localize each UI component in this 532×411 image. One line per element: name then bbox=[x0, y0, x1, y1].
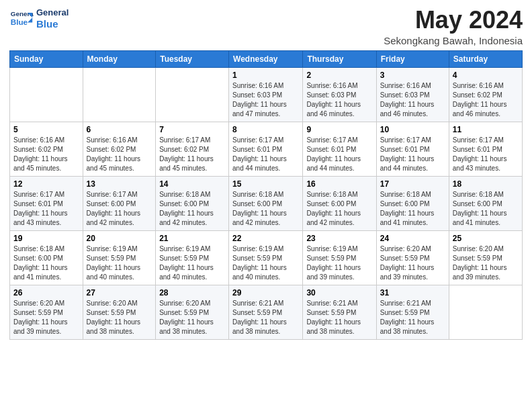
day-info: Sunrise: 6:16 AMSunset: 6:02 PMDaylight:… bbox=[453, 81, 519, 119]
day-info: Sunrise: 6:18 AMSunset: 6:00 PMDaylight:… bbox=[159, 190, 225, 228]
day-info: Sunrise: 6:18 AMSunset: 6:00 PMDaylight:… bbox=[306, 190, 372, 228]
day-number: 24 bbox=[380, 234, 445, 243]
calendar-week-3: 12Sunrise: 6:17 AMSunset: 6:01 PMDayligh… bbox=[10, 176, 523, 230]
day-number: 8 bbox=[232, 125, 299, 134]
table-row: 8Sunrise: 6:17 AMSunset: 6:01 PMDaylight… bbox=[229, 122, 303, 176]
day-number: 31 bbox=[380, 288, 445, 298]
table-row: 27Sunrise: 6:20 AMSunset: 5:59 PMDayligh… bbox=[83, 285, 156, 339]
calendar-table: Sunday Monday Tuesday Wednesday Thursday… bbox=[9, 50, 523, 340]
day-number: 3 bbox=[380, 71, 445, 80]
table-row: 9Sunrise: 6:17 AMSunset: 6:01 PMDaylight… bbox=[303, 122, 376, 176]
logo-blue-text: Blue bbox=[36, 18, 69, 30]
day-number: 12 bbox=[13, 179, 79, 189]
table-row: 23Sunrise: 6:19 AMSunset: 5:59 PMDayligh… bbox=[303, 230, 376, 285]
calendar-week-4: 19Sunrise: 6:18 AMSunset: 6:00 PMDayligh… bbox=[10, 230, 523, 285]
col-thursday: Thursday bbox=[303, 50, 376, 67]
table-row: 11Sunrise: 6:17 AMSunset: 6:01 PMDayligh… bbox=[449, 122, 522, 176]
table-row: 28Sunrise: 6:20 AMSunset: 5:59 PMDayligh… bbox=[156, 285, 229, 339]
day-number: 2 bbox=[306, 71, 372, 80]
day-info: Sunrise: 6:21 AMSunset: 5:59 PMDaylight:… bbox=[380, 299, 445, 336]
day-number: 27 bbox=[87, 288, 152, 298]
day-info: Sunrise: 6:20 AMSunset: 5:59 PMDaylight:… bbox=[453, 244, 519, 282]
table-row: 30Sunrise: 6:21 AMSunset: 5:59 PMDayligh… bbox=[303, 285, 376, 339]
logo-general-text: General bbox=[36, 7, 69, 18]
day-number: 15 bbox=[232, 179, 299, 189]
logo: General Blue General Blue bbox=[9, 7, 69, 31]
calendar-week-1: 1Sunrise: 6:16 AMSunset: 6:03 PMDaylight… bbox=[10, 67, 523, 122]
day-info: Sunrise: 6:17 AMSunset: 6:01 PMDaylight:… bbox=[453, 136, 519, 173]
table-row: 26Sunrise: 6:20 AMSunset: 5:59 PMDayligh… bbox=[10, 285, 83, 339]
table-row: 21Sunrise: 6:19 AMSunset: 5:59 PMDayligh… bbox=[156, 230, 229, 285]
day-number: 19 bbox=[13, 234, 79, 243]
day-info: Sunrise: 6:17 AMSunset: 6:01 PMDaylight:… bbox=[380, 136, 445, 173]
table-row bbox=[156, 67, 229, 122]
day-number: 20 bbox=[87, 234, 152, 243]
col-sunday: Sunday bbox=[10, 50, 83, 67]
table-row: 14Sunrise: 6:18 AMSunset: 6:00 PMDayligh… bbox=[156, 176, 229, 230]
day-number: 26 bbox=[13, 288, 79, 298]
day-info: Sunrise: 6:19 AMSunset: 5:59 PMDaylight:… bbox=[159, 244, 225, 282]
table-row: 1Sunrise: 6:16 AMSunset: 6:03 PMDaylight… bbox=[229, 67, 303, 122]
table-row: 25Sunrise: 6:20 AMSunset: 5:59 PMDayligh… bbox=[449, 230, 522, 285]
day-number: 4 bbox=[453, 71, 519, 80]
day-number: 28 bbox=[159, 288, 225, 298]
day-info: Sunrise: 6:19 AMSunset: 5:59 PMDaylight:… bbox=[232, 244, 299, 282]
day-number: 23 bbox=[306, 234, 372, 243]
table-row: 6Sunrise: 6:16 AMSunset: 6:02 PMDaylight… bbox=[83, 122, 156, 176]
day-info: Sunrise: 6:20 AMSunset: 5:59 PMDaylight:… bbox=[159, 299, 225, 336]
day-number: 1 bbox=[232, 71, 299, 80]
table-row: 4Sunrise: 6:16 AMSunset: 6:02 PMDaylight… bbox=[449, 67, 522, 122]
day-info: Sunrise: 6:16 AMSunset: 6:02 PMDaylight:… bbox=[87, 136, 152, 173]
table-row: 20Sunrise: 6:19 AMSunset: 5:59 PMDayligh… bbox=[83, 230, 156, 285]
day-info: Sunrise: 6:21 AMSunset: 5:59 PMDaylight:… bbox=[232, 299, 299, 336]
day-info: Sunrise: 6:16 AMSunset: 6:03 PMDaylight:… bbox=[380, 81, 445, 119]
table-row bbox=[449, 285, 522, 339]
day-info: Sunrise: 6:18 AMSunset: 6:00 PMDaylight:… bbox=[380, 190, 445, 228]
day-info: Sunrise: 6:17 AMSunset: 6:01 PMDaylight:… bbox=[13, 190, 79, 228]
day-info: Sunrise: 6:19 AMSunset: 5:59 PMDaylight:… bbox=[306, 244, 372, 282]
col-wednesday: Wednesday bbox=[229, 50, 303, 67]
day-info: Sunrise: 6:18 AMSunset: 6:00 PMDaylight:… bbox=[232, 190, 299, 228]
day-number: 5 bbox=[13, 125, 79, 134]
day-info: Sunrise: 6:16 AMSunset: 6:02 PMDaylight:… bbox=[13, 136, 79, 173]
table-row: 29Sunrise: 6:21 AMSunset: 5:59 PMDayligh… bbox=[229, 285, 303, 339]
table-row: 16Sunrise: 6:18 AMSunset: 6:00 PMDayligh… bbox=[303, 176, 376, 230]
table-row: 18Sunrise: 6:18 AMSunset: 6:00 PMDayligh… bbox=[449, 176, 522, 230]
calendar-location: Sekongkang Bawah, Indonesia bbox=[384, 35, 523, 46]
day-info: Sunrise: 6:20 AMSunset: 5:59 PMDaylight:… bbox=[13, 299, 79, 336]
day-number: 25 bbox=[453, 234, 519, 243]
header-row: Sunday Monday Tuesday Wednesday Thursday… bbox=[10, 50, 523, 67]
day-info: Sunrise: 6:17 AMSunset: 6:00 PMDaylight:… bbox=[87, 190, 152, 228]
day-info: Sunrise: 6:16 AMSunset: 6:03 PMDaylight:… bbox=[306, 81, 372, 119]
logo-icon: General Blue bbox=[9, 7, 34, 31]
table-row: 13Sunrise: 6:17 AMSunset: 6:00 PMDayligh… bbox=[83, 176, 156, 230]
day-info: Sunrise: 6:20 AMSunset: 5:59 PMDaylight:… bbox=[380, 244, 445, 282]
day-info: Sunrise: 6:17 AMSunset: 6:02 PMDaylight:… bbox=[159, 136, 225, 173]
day-number: 9 bbox=[306, 125, 372, 134]
day-info: Sunrise: 6:20 AMSunset: 5:59 PMDaylight:… bbox=[87, 299, 152, 336]
day-number: 30 bbox=[306, 288, 372, 298]
day-number: 10 bbox=[380, 125, 445, 134]
table-row: 10Sunrise: 6:17 AMSunset: 6:01 PMDayligh… bbox=[376, 122, 449, 176]
table-row: 15Sunrise: 6:18 AMSunset: 6:00 PMDayligh… bbox=[229, 176, 303, 230]
day-info: Sunrise: 6:18 AMSunset: 6:00 PMDaylight:… bbox=[13, 244, 79, 282]
day-info: Sunrise: 6:17 AMSunset: 6:01 PMDaylight:… bbox=[306, 136, 372, 173]
calendar-week-2: 5Sunrise: 6:16 AMSunset: 6:02 PMDaylight… bbox=[10, 122, 523, 176]
col-tuesday: Tuesday bbox=[156, 50, 229, 67]
page: General Blue General Blue May 2024 Sekon… bbox=[0, 0, 532, 411]
day-number: 17 bbox=[380, 179, 445, 189]
table-row: 22Sunrise: 6:19 AMSunset: 5:59 PMDayligh… bbox=[229, 230, 303, 285]
table-row: 5Sunrise: 6:16 AMSunset: 6:02 PMDaylight… bbox=[10, 122, 83, 176]
day-info: Sunrise: 6:19 AMSunset: 5:59 PMDaylight:… bbox=[87, 244, 152, 282]
logo-text: General Blue bbox=[36, 7, 69, 30]
calendar-week-5: 26Sunrise: 6:20 AMSunset: 5:59 PMDayligh… bbox=[10, 285, 523, 339]
day-info: Sunrise: 6:17 AMSunset: 6:01 PMDaylight:… bbox=[232, 136, 299, 173]
day-info: Sunrise: 6:21 AMSunset: 5:59 PMDaylight:… bbox=[306, 299, 372, 336]
table-row: 7Sunrise: 6:17 AMSunset: 6:02 PMDaylight… bbox=[156, 122, 229, 176]
col-monday: Monday bbox=[83, 50, 156, 67]
table-row bbox=[10, 67, 83, 122]
title-block: May 2024 Sekongkang Bawah, Indonesia bbox=[384, 7, 523, 46]
day-info: Sunrise: 6:16 AMSunset: 6:03 PMDaylight:… bbox=[232, 81, 299, 119]
table-row: 12Sunrise: 6:17 AMSunset: 6:01 PMDayligh… bbox=[10, 176, 83, 230]
day-number: 6 bbox=[87, 125, 152, 134]
